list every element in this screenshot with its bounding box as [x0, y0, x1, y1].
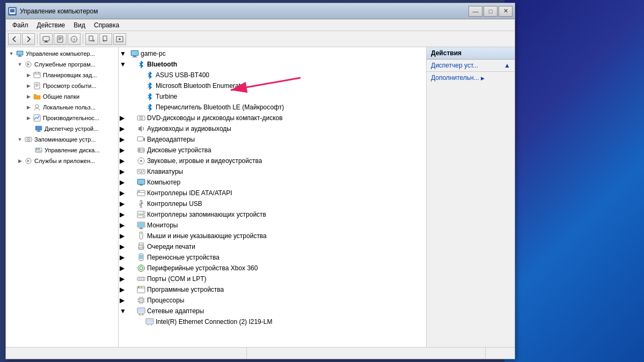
dm-root-expand[interactable]: ▼: [120, 50, 128, 57]
expand-sharedfolders[interactable]: ▶: [24, 92, 33, 101]
left-services-apps[interactable]: ▶ Службы и приложен...: [6, 156, 118, 166]
actions-primary[interactable]: Диспетчер уст... ▲: [427, 60, 515, 71]
menu-action[interactable]: Действие: [33, 20, 70, 30]
expand-root[interactable]: ▼: [7, 49, 16, 58]
left-eventviewer[interactable]: ▶ Просмотр событи...: [6, 80, 118, 91]
dm-network-expand[interactable]: ▼: [120, 307, 128, 315]
left-storage[interactable]: ▼ Запоминающие устр...: [6, 134, 118, 145]
close-button[interactable]: ✕: [499, 6, 513, 17]
dm-usb-expand[interactable]: ▶: [120, 200, 128, 208]
dm-computer[interactable]: ▶ Компьютер: [119, 177, 426, 188]
dm-print-expand[interactable]: ▶: [120, 243, 128, 250]
left-tree-view[interactable]: ▼ Управление компьютер... ▼: [6, 47, 118, 347]
menu-view[interactable]: Вид: [69, 20, 90, 30]
dm-mouse-expand[interactable]: ▶: [120, 232, 128, 240]
svg-rect-35: [36, 131, 41, 132]
dm-intel-eth[interactable]: Intel(R) Ethernet Connection (2) I219-LM: [119, 316, 426, 327]
toolbar-back[interactable]: [8, 33, 21, 45]
dm-disk[interactable]: ▶ Дисковые устройства: [119, 145, 426, 156]
dm-cpu[interactable]: ▶ Процессоры: [119, 295, 426, 306]
svg-rect-34: [38, 130, 40, 131]
toolbar-export[interactable]: [85, 33, 98, 45]
dm-computer-expand[interactable]: ▶: [120, 179, 128, 186]
devmgr-label: Диспетчер устрой...: [45, 125, 98, 132]
dm-video[interactable]: ▶ Видеоадаптеры: [119, 134, 426, 145]
device-manager-tree[interactable]: ▼ game-pc ▼: [119, 47, 426, 347]
dm-asus-bt[interactable]: ASUS USB-BT400: [119, 70, 426, 80]
expand-performance[interactable]: ▶: [24, 114, 33, 122]
dm-portable[interactable]: ▶ Переносные устройства: [119, 252, 426, 263]
cpu-icon: [137, 296, 145, 305]
dm-audio-expand[interactable]: ▶: [120, 125, 128, 132]
menu-help[interactable]: Справка: [90, 20, 123, 30]
minimize-button[interactable]: —: [469, 6, 482, 17]
svg-point-50: [141, 117, 142, 119]
sharedfolders-icon: [33, 92, 41, 101]
print-icon: [137, 242, 145, 251]
expand-scheduler[interactable]: ▶: [24, 71, 33, 79]
left-devmgr[interactable]: Диспетчер устрой...: [6, 123, 118, 134]
dm-xbox[interactable]: ▶ Периферийные устройства Xbox 360: [119, 263, 426, 274]
dm-storage-expand[interactable]: ▶: [120, 211, 128, 218]
expand-services-apps[interactable]: ▶: [16, 157, 24, 165]
dm-sound-expand[interactable]: ▶: [120, 157, 128, 165]
left-localusers[interactable]: ▶ Локальные польз...: [6, 102, 118, 113]
left-tree-root[interactable]: ▼ Управление компьютер...: [6, 48, 118, 59]
dm-ports-expand[interactable]: ▶: [120, 275, 128, 283]
menu-file[interactable]: Файл: [8, 20, 33, 30]
dm-software-expand[interactable]: ▶: [120, 286, 128, 293]
expand-storage[interactable]: ▼: [16, 135, 24, 144]
dm-turbine[interactable]: Turbine: [119, 91, 426, 102]
dm-print[interactable]: ▶ Очереди печати: [119, 241, 426, 252]
dm-bt-expand[interactable]: ▼: [120, 61, 128, 68]
dm-keyboard-expand[interactable]: ▶: [120, 168, 128, 175]
toolbar-properties[interactable]: [54, 33, 67, 45]
left-scheduler[interactable]: ▶ Планировщик зад...: [6, 70, 118, 80]
expand-services[interactable]: ▼: [16, 60, 24, 69]
dm-xbox-expand[interactable]: ▶: [120, 264, 128, 272]
dm-mouse[interactable]: ▶ Мыши и иные указывающие устройства: [119, 231, 426, 241]
dm-bluetooth[interactable]: ▼ Bluetooth: [119, 59, 426, 70]
dm-monitor-label: Мониторы: [147, 221, 178, 229]
expand-eventviewer[interactable]: ▶: [24, 82, 33, 90]
title-bar-left: Управление компьютером: [8, 7, 98, 16]
toolbar-computer[interactable]: [40, 33, 53, 45]
computer-management-window: Управление компьютером — □ ✕ Файл Действ…: [5, 3, 515, 359]
dm-ports[interactable]: ▶ Порты (COM и LPT): [119, 274, 426, 284]
dm-ide-expand[interactable]: ▶: [120, 189, 128, 197]
toolbar-forward[interactable]: [22, 33, 35, 45]
dm-cpu-expand[interactable]: ▶: [120, 297, 128, 304]
toolbar-new[interactable]: [113, 33, 126, 45]
dm-usb[interactable]: ▶ Контроллеры USB: [119, 198, 426, 209]
maximize-button[interactable]: □: [484, 6, 497, 17]
dm-root[interactable]: ▼ game-pc: [119, 48, 426, 59]
left-performance[interactable]: ▶ Производительнос...: [6, 113, 118, 123]
dm-video-expand[interactable]: ▶: [120, 136, 128, 143]
dm-monitor[interactable]: ▶ Мониторы: [119, 220, 426, 231]
dm-sound[interactable]: ▶ Звуковые, игровые и видеоустройства: [119, 156, 426, 166]
toolbar-help[interactable]: ?: [68, 33, 80, 45]
svg-point-31: [35, 105, 39, 108]
toolbar-import[interactable]: [99, 33, 112, 45]
dm-bt-le[interactable]: Перечислитель Bluetooth LE (Майкрософт): [119, 102, 426, 113]
dm-ide[interactable]: ▶ Контроллеры IDE ATA/ATAPI: [119, 188, 426, 198]
left-sharedfolders[interactable]: ▶ Общие папки: [6, 91, 118, 102]
actions-secondary[interactable]: Дополнительн... ▶: [427, 72, 515, 84]
dm-portable-expand[interactable]: ▶: [120, 254, 128, 261]
dm-monitor-expand[interactable]: ▶: [120, 221, 128, 229]
svg-point-75: [143, 216, 144, 217]
dm-audio[interactable]: ▶ Аудиовходы и аудиовыходы: [119, 123, 426, 134]
dm-software[interactable]: ▶ Программные устройства: [119, 284, 426, 295]
dm-dvd-expand[interactable]: ▶: [120, 114, 128, 122]
left-diskmgmt[interactable]: Управление диска...: [6, 145, 118, 156]
expand-localusers[interactable]: ▶: [24, 103, 33, 112]
dm-storage-ctrl[interactable]: ▶ Контроллеры запоминающих устройств: [119, 209, 426, 220]
left-tree-services[interactable]: ▼ Служебные програм...: [6, 59, 118, 70]
dm-keyboard[interactable]: ▶ Клавиатуры: [119, 166, 426, 177]
dm-ms-bt[interactable]: Microsoft Bluetooth Enumerator: [119, 80, 426, 91]
svg-rect-61: [143, 171, 144, 172]
dm-network[interactable]: ▼ Сетевые адаптеры: [119, 306, 426, 316]
dm-disk-expand[interactable]: ▶: [120, 146, 128, 154]
dm-dvd[interactable]: ▶ DVD-дисководы и дисководы компакт-диск…: [119, 113, 426, 123]
video-icon: [137, 135, 145, 144]
